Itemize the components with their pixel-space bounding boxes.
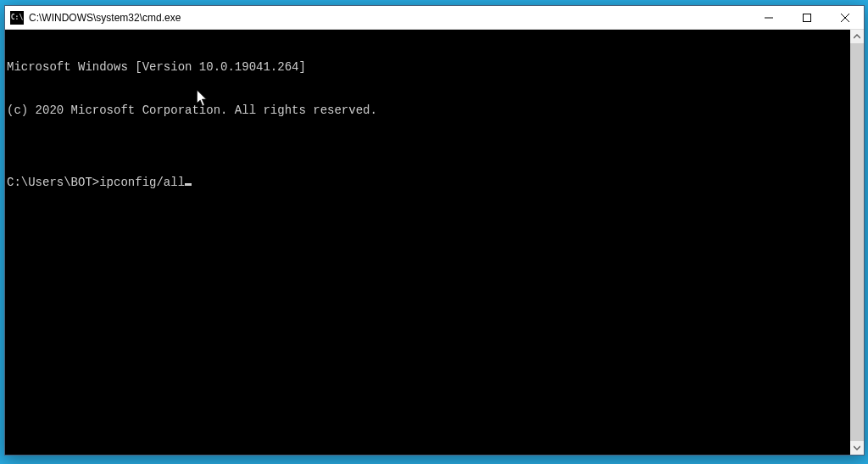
- terminal-body: Microsoft Windows [Version 10.0.19041.26…: [5, 30, 864, 455]
- scrollbar-down-button[interactable]: [850, 441, 864, 455]
- scrollbar[interactable]: [850, 30, 864, 455]
- window-title: C:\WINDOWS\system32\cmd.exe: [29, 12, 749, 24]
- version-line: Microsoft Windows [Version 10.0.19041.26…: [7, 60, 850, 75]
- terminal-output[interactable]: Microsoft Windows [Version 10.0.19041.26…: [5, 30, 850, 455]
- chevron-up-icon: [854, 33, 860, 40]
- close-button[interactable]: [826, 6, 864, 29]
- minimize-icon: [765, 14, 773, 22]
- close-icon: [841, 14, 849, 22]
- copyright-line: (c) 2020 Microsoft Corporation. All righ…: [7, 103, 850, 118]
- minimize-button[interactable]: [749, 6, 787, 29]
- cmd-window: C:\ C:\WINDOWS\system32\cmd.exe Microsof…: [4, 5, 865, 456]
- prompt-text: C:\Users\BOT>: [7, 176, 99, 190]
- scrollbar-up-button[interactable]: [850, 30, 864, 43]
- command-text: ipconfig/all: [99, 176, 185, 190]
- cmd-icon-text: C:\: [11, 14, 23, 21]
- cmd-icon: C:\: [10, 11, 24, 25]
- scrollbar-thumb[interactable]: [850, 43, 864, 441]
- chevron-down-icon: [854, 444, 860, 451]
- titlebar[interactable]: C:\ C:\WINDOWS\system32\cmd.exe: [5, 6, 864, 30]
- window-controls: [749, 6, 864, 29]
- prompt-line: C:\Users\BOT>ipconfig/all: [7, 176, 850, 190]
- maximize-button[interactable]: [787, 6, 826, 29]
- text-cursor: [185, 183, 192, 186]
- svg-rect-1: [803, 14, 810, 21]
- maximize-icon: [803, 14, 811, 22]
